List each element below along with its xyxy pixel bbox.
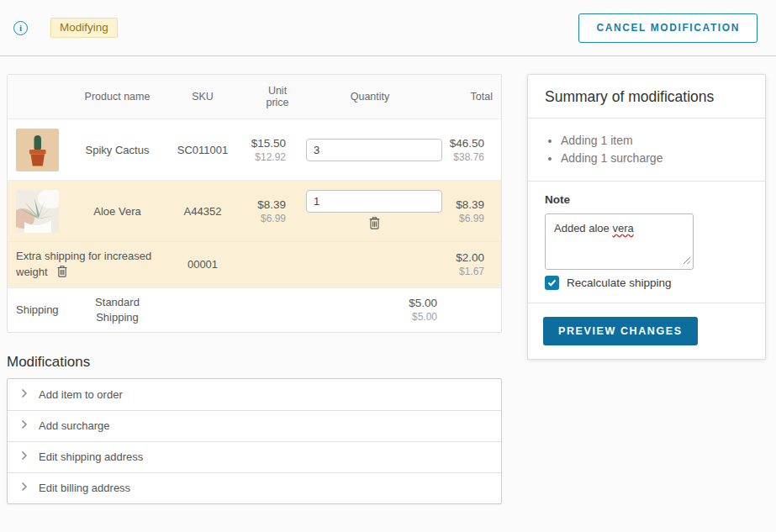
top-bar: i Modifying CANCEL MODIFICATION — [0, 0, 776, 56]
product-image-aloe-vera — [16, 190, 59, 233]
order-items-table: Product name SKU Unit price Quantity Tot… — [7, 74, 502, 333]
surcharge-total-secondary: $1.67 — [446, 266, 484, 277]
surcharge-label-cell: Extra shipping for increased weight — [16, 242, 170, 287]
accordion-label: Edit billing address — [39, 482, 130, 494]
recalculate-shipping-label: Recalculate shipping — [567, 277, 672, 289]
product-image-spiky-cactus — [16, 129, 59, 171]
table-row-spiky-cactus: Spiky Cactus SC011001 $15.50 $12.92 $46.… — [8, 119, 501, 180]
modifications-accordion: Add item to order Add surcharge Edit shi… — [7, 378, 502, 504]
chevron-right-icon — [20, 388, 28, 401]
chevron-right-icon — [20, 450, 28, 463]
note-label: Note — [545, 193, 748, 206]
note-misspelled-word: vera — [612, 222, 633, 234]
cancel-modification-button[interactable]: CANCEL MODIFICATION — [578, 13, 758, 43]
accordion-label: Edit shipping address — [39, 450, 143, 463]
summary-panel-footer: PREVIEW CHANGES — [528, 303, 765, 359]
accordion-label: Add surcharge — [39, 419, 110, 432]
summary-bullet: Adding 1 surcharge — [561, 151, 748, 165]
line-total: $8.39 — [446, 198, 484, 211]
trash-icon — [56, 267, 68, 280]
main-content: Product name SKU Unit price Quantity Tot… — [0, 56, 776, 504]
left-column: Product name SKU Unit price Quantity Tot… — [7, 74, 502, 504]
modifications-title: Modifications — [7, 354, 502, 371]
unit-price-secondary: $6.99 — [235, 213, 286, 224]
header-sku: SKU — [170, 86, 235, 108]
summary-bullet-list: Adding 1 item Adding 1 surcharge — [528, 119, 765, 182]
accordion-edit-shipping-address[interactable]: Edit shipping address — [8, 441, 501, 472]
line-total-secondary: $6.99 — [446, 213, 484, 224]
header-image-col — [16, 92, 65, 102]
preview-changes-button[interactable]: PREVIEW CHANGES — [543, 317, 698, 345]
recalculate-shipping-checkbox-row[interactable]: Recalculate shipping — [545, 276, 748, 290]
quantity-input-spiky-cactus[interactable] — [306, 139, 442, 161]
shipping-total: $5.00 — [294, 297, 437, 309]
surcharge-total: $2.00 — [446, 251, 484, 264]
summary-bullet: Adding 1 item — [561, 134, 748, 147]
accordion-edit-billing-address[interactable]: Edit billing address — [8, 472, 501, 503]
unit-price-secondary: $12.92 — [235, 151, 286, 163]
shipping-method: Standard Shipping — [87, 295, 148, 325]
remove-surcharge-button[interactable] — [56, 265, 68, 280]
product-name: Aloe Vera — [65, 205, 170, 218]
trash-icon — [368, 219, 381, 232]
unit-price: $15.50 — [235, 137, 286, 150]
product-sku: SC011001 — [170, 144, 235, 156]
table-header-row: Product name SKU Unit price Quantity Tot… — [8, 75, 501, 119]
surcharge-label: Extra shipping for increased weight — [16, 250, 151, 278]
status-badge: Modifying — [50, 18, 118, 38]
header-unit-price: Unit price — [261, 85, 294, 108]
header-quantity: Quantity — [294, 86, 446, 108]
accordion-label: Add item to order — [39, 388, 123, 401]
table-row-aloe-vera: Aloe Vera A44352 $8.39 $6.99 — [8, 180, 501, 241]
note-text: Added aloe — [554, 222, 612, 234]
product-sku: A44352 — [170, 205, 235, 218]
note-textarea[interactable]: Added aloe vera — [545, 213, 694, 270]
shipping-label: Shipping — [16, 303, 65, 316]
line-total-secondary: $38.76 — [446, 151, 484, 163]
unit-price: $8.39 — [235, 198, 286, 211]
checkbox-checked-icon[interactable] — [545, 276, 559, 290]
table-row-surcharge: Extra shipping for increased weight 0000… — [8, 241, 501, 287]
summary-panel-title: Summary of modifications — [528, 75, 765, 119]
note-section: Note Added aloe vera Recalculate shippin… — [528, 182, 765, 303]
line-total: $46.50 — [446, 137, 484, 150]
summary-of-modifications-panel: Summary of modifications Adding 1 item A… — [527, 74, 766, 360]
chevron-right-icon — [20, 482, 28, 494]
chevron-right-icon — [20, 419, 28, 432]
table-row-shipping: Shipping Standard Shipping $5.00 $5.00 — [8, 287, 501, 332]
remove-item-button[interactable] — [368, 216, 381, 232]
quantity-input-aloe-vera[interactable] — [306, 190, 442, 213]
shipping-total-secondary: $5.00 — [294, 311, 437, 323]
header-product-name: Product name — [65, 86, 170, 108]
header-total: Total — [446, 86, 493, 108]
accordion-add-item-to-order[interactable]: Add item to order — [8, 379, 501, 410]
surcharge-sku: 00001 — [170, 258, 235, 271]
info-icon[interactable]: i — [13, 21, 28, 35]
product-name: Spiky Cactus — [65, 144, 170, 156]
accordion-add-surcharge[interactable]: Add surcharge — [8, 410, 501, 441]
resize-grip-icon[interactable] — [683, 255, 691, 267]
